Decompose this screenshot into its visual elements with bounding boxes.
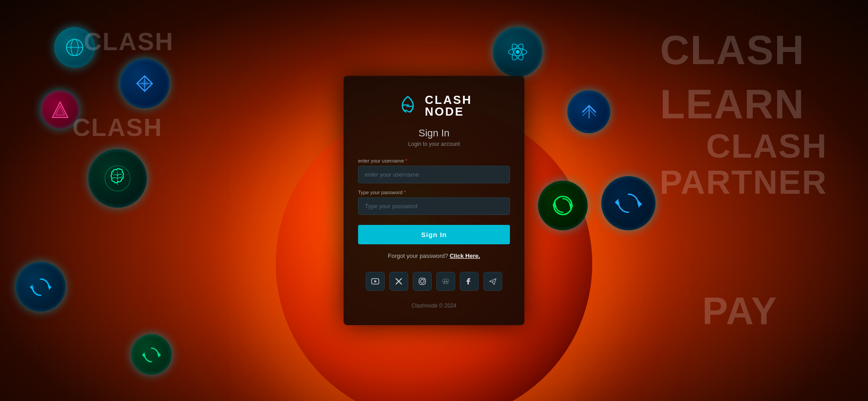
svg-point-29 bbox=[444, 281, 445, 282]
float-icon-right-1 bbox=[493, 27, 542, 77]
bg-text-clash-2: CLASH bbox=[72, 113, 162, 142]
password-label: Type your password * bbox=[358, 190, 510, 195]
svg-marker-19 bbox=[615, 199, 618, 206]
svg-marker-25 bbox=[374, 280, 377, 283]
bg-text-clash-learn-1: CLASH bbox=[660, 27, 805, 74]
sign-in-title: Sign In bbox=[358, 127, 510, 139]
clashnode-logo-icon bbox=[396, 94, 420, 117]
forgot-prefix: Forgot your password? bbox=[388, 252, 448, 259]
social-discord[interactable] bbox=[436, 272, 455, 291]
forgot-password-section: Forgot your password? Click Here. bbox=[358, 252, 510, 259]
bg-text-partner: PARTNER bbox=[660, 163, 827, 201]
bg-text-clash-partner: CLASH bbox=[706, 126, 827, 165]
logo-graphic: CLASH NODE bbox=[396, 94, 472, 117]
social-instagram[interactable] bbox=[413, 272, 432, 291]
username-required: * bbox=[406, 158, 407, 163]
logo-clash: CLASH bbox=[425, 94, 472, 106]
username-group: enter your username * bbox=[358, 158, 510, 183]
password-input[interactable] bbox=[358, 197, 510, 215]
svg-marker-12 bbox=[142, 352, 145, 358]
forgot-link[interactable]: Click Here. bbox=[450, 252, 480, 259]
login-card: CLASH NODE Sign In Login to your account… bbox=[344, 76, 524, 325]
login-subtitle: Login to your account bbox=[358, 141, 510, 147]
float-icon-sync-2 bbox=[131, 334, 172, 375]
social-twitter-x[interactable] bbox=[389, 272, 408, 291]
bg-text-pay: PAY bbox=[702, 289, 778, 333]
social-facebook[interactable] bbox=[460, 272, 479, 291]
float-icon-sync-1 bbox=[16, 262, 66, 312]
social-youtube[interactable] bbox=[366, 272, 385, 291]
float-icon-2 bbox=[120, 59, 170, 108]
bg-text-learn: LEARN bbox=[660, 81, 805, 128]
footer-text: Clashnode © 2024 bbox=[358, 303, 510, 309]
float-icon-right-sync bbox=[601, 176, 656, 230]
social-icons bbox=[358, 272, 510, 291]
float-icon-right-2 bbox=[567, 90, 610, 133]
float-icon-brain bbox=[88, 149, 147, 208]
logo-text: CLASH NODE bbox=[425, 94, 472, 117]
svg-point-28 bbox=[424, 279, 425, 280]
bg-text-clash-1: CLASH bbox=[84, 27, 174, 56]
password-required: * bbox=[404, 190, 406, 195]
social-telegram[interactable] bbox=[483, 272, 502, 291]
logo-area: CLASH NODE bbox=[358, 94, 510, 119]
svg-marker-10 bbox=[30, 284, 33, 290]
svg-marker-9 bbox=[49, 284, 52, 290]
svg-marker-18 bbox=[638, 200, 642, 208]
svg-point-27 bbox=[420, 280, 424, 283]
svg-marker-11 bbox=[158, 352, 161, 358]
signin-button[interactable]: Sign In bbox=[358, 225, 510, 244]
svg-point-16 bbox=[516, 50, 519, 54]
username-label: enter your username * bbox=[358, 158, 510, 163]
username-input[interactable] bbox=[358, 166, 510, 183]
logo-node: NODE bbox=[425, 106, 472, 117]
password-group: Type your password * bbox=[358, 190, 510, 215]
svg-point-30 bbox=[446, 281, 447, 282]
float-icon-right-refresh bbox=[538, 181, 588, 230]
svg-point-23 bbox=[406, 104, 410, 107]
